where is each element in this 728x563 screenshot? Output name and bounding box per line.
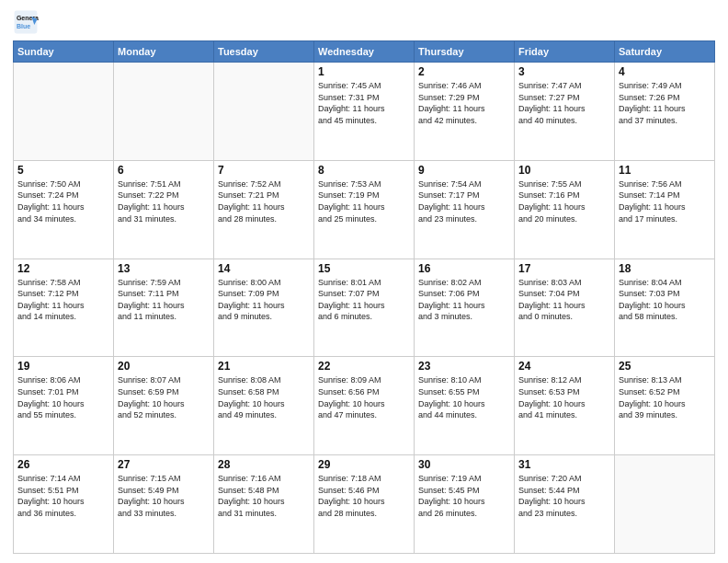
day-number: 8 bbox=[318, 164, 410, 177]
day-number: 24 bbox=[518, 360, 610, 373]
day-info: Sunrise: 7:45 AM Sunset: 7:31 PM Dayligh… bbox=[318, 80, 410, 126]
day-info: Sunrise: 8:13 AM Sunset: 6:52 PM Dayligh… bbox=[619, 374, 711, 420]
calendar-week-1: 5Sunrise: 7:50 AM Sunset: 7:24 PM Daylig… bbox=[14, 160, 715, 259]
calendar-cell: 7Sunrise: 7:52 AM Sunset: 7:21 PM Daylig… bbox=[214, 160, 314, 259]
day-info: Sunrise: 7:52 AM Sunset: 7:21 PM Dayligh… bbox=[218, 178, 310, 224]
calendar-cell: 19Sunrise: 8:06 AM Sunset: 7:01 PM Dayli… bbox=[14, 357, 114, 455]
calendar-cell: 31Sunrise: 7:20 AM Sunset: 5:44 PM Dayli… bbox=[515, 455, 615, 554]
day-info: Sunrise: 7:46 AM Sunset: 7:29 PM Dayligh… bbox=[418, 80, 510, 126]
calendar-cell bbox=[214, 63, 314, 161]
day-info: Sunrise: 8:09 AM Sunset: 6:56 PM Dayligh… bbox=[318, 374, 410, 420]
logo: General Blue bbox=[13, 9, 42, 35]
calendar-cell: 20Sunrise: 8:07 AM Sunset: 6:59 PM Dayli… bbox=[114, 357, 214, 455]
day-number: 31 bbox=[518, 458, 610, 471]
day-info: Sunrise: 8:07 AM Sunset: 6:59 PM Dayligh… bbox=[118, 374, 210, 420]
calendar-week-3: 19Sunrise: 8:06 AM Sunset: 7:01 PM Dayli… bbox=[14, 357, 715, 455]
day-info: Sunrise: 7:49 AM Sunset: 7:26 PM Dayligh… bbox=[619, 80, 711, 126]
day-info: Sunrise: 7:51 AM Sunset: 7:22 PM Dayligh… bbox=[118, 178, 210, 224]
day-number: 21 bbox=[218, 360, 310, 373]
day-info: Sunrise: 8:02 AM Sunset: 7:06 PM Dayligh… bbox=[418, 277, 510, 323]
calendar-cell: 15Sunrise: 8:01 AM Sunset: 7:07 PM Dayli… bbox=[314, 259, 415, 357]
calendar-header-thursday: Thursday bbox=[415, 41, 515, 63]
day-info: Sunrise: 7:56 AM Sunset: 7:14 PM Dayligh… bbox=[619, 178, 711, 224]
calendar-week-4: 26Sunrise: 7:14 AM Sunset: 5:51 PM Dayli… bbox=[14, 455, 715, 554]
day-number: 16 bbox=[418, 262, 510, 275]
day-number: 11 bbox=[619, 164, 711, 177]
calendar-cell bbox=[114, 63, 214, 161]
page: General Blue SundayMondayTuesdayWednesda… bbox=[0, 0, 728, 563]
day-number: 2 bbox=[418, 65, 510, 78]
calendar-week-2: 12Sunrise: 7:58 AM Sunset: 7:12 PM Dayli… bbox=[14, 259, 715, 357]
calendar-cell: 17Sunrise: 8:03 AM Sunset: 7:04 PM Dayli… bbox=[515, 259, 615, 357]
svg-text:Blue: Blue bbox=[17, 23, 30, 29]
day-info: Sunrise: 8:06 AM Sunset: 7:01 PM Dayligh… bbox=[17, 374, 109, 420]
day-info: Sunrise: 7:59 AM Sunset: 7:11 PM Dayligh… bbox=[118, 277, 210, 323]
calendar-header-row: SundayMondayTuesdayWednesdayThursdayFrid… bbox=[14, 41, 715, 63]
calendar-cell bbox=[615, 455, 715, 554]
day-number: 29 bbox=[318, 458, 410, 471]
day-number: 22 bbox=[318, 360, 410, 373]
calendar-cell: 1Sunrise: 7:45 AM Sunset: 7:31 PM Daylig… bbox=[314, 63, 415, 161]
calendar-cell: 2Sunrise: 7:46 AM Sunset: 7:29 PM Daylig… bbox=[415, 63, 515, 161]
day-number: 13 bbox=[118, 262, 210, 275]
calendar-cell: 18Sunrise: 8:04 AM Sunset: 7:03 PM Dayli… bbox=[615, 259, 715, 357]
day-info: Sunrise: 7:19 AM Sunset: 5:45 PM Dayligh… bbox=[418, 473, 510, 519]
day-info: Sunrise: 8:12 AM Sunset: 6:53 PM Dayligh… bbox=[518, 374, 610, 420]
calendar-cell: 29Sunrise: 7:18 AM Sunset: 5:46 PM Dayli… bbox=[314, 455, 415, 554]
calendar-cell: 6Sunrise: 7:51 AM Sunset: 7:22 PM Daylig… bbox=[114, 160, 214, 259]
calendar-cell: 24Sunrise: 8:12 AM Sunset: 6:53 PM Dayli… bbox=[515, 357, 615, 455]
day-info: Sunrise: 7:20 AM Sunset: 5:44 PM Dayligh… bbox=[518, 473, 610, 519]
day-info: Sunrise: 7:55 AM Sunset: 7:16 PM Dayligh… bbox=[518, 178, 610, 224]
day-number: 30 bbox=[418, 458, 510, 471]
calendar-cell: 22Sunrise: 8:09 AM Sunset: 6:56 PM Dayli… bbox=[314, 357, 415, 455]
calendar-header-wednesday: Wednesday bbox=[314, 41, 415, 63]
day-info: Sunrise: 8:03 AM Sunset: 7:04 PM Dayligh… bbox=[518, 277, 610, 323]
calendar-cell: 10Sunrise: 7:55 AM Sunset: 7:16 PM Dayli… bbox=[515, 160, 615, 259]
header: General Blue bbox=[13, 9, 715, 35]
calendar-cell: 28Sunrise: 7:16 AM Sunset: 5:48 PM Dayli… bbox=[214, 455, 314, 554]
day-info: Sunrise: 8:08 AM Sunset: 6:58 PM Dayligh… bbox=[218, 374, 310, 420]
day-number: 5 bbox=[17, 164, 109, 177]
day-number: 17 bbox=[518, 262, 610, 275]
day-number: 20 bbox=[118, 360, 210, 373]
day-info: Sunrise: 7:15 AM Sunset: 5:49 PM Dayligh… bbox=[118, 473, 210, 519]
day-number: 28 bbox=[218, 458, 310, 471]
calendar-cell: 23Sunrise: 8:10 AM Sunset: 6:55 PM Dayli… bbox=[415, 357, 515, 455]
calendar-cell: 5Sunrise: 7:50 AM Sunset: 7:24 PM Daylig… bbox=[14, 160, 114, 259]
day-number: 1 bbox=[318, 65, 410, 78]
day-number: 7 bbox=[218, 164, 310, 177]
calendar-cell: 11Sunrise: 7:56 AM Sunset: 7:14 PM Dayli… bbox=[615, 160, 715, 259]
calendar-table: SundayMondayTuesdayWednesdayThursdayFrid… bbox=[13, 40, 715, 554]
calendar-cell: 16Sunrise: 8:02 AM Sunset: 7:06 PM Dayli… bbox=[415, 259, 515, 357]
day-number: 25 bbox=[619, 360, 711, 373]
calendar-header-tuesday: Tuesday bbox=[214, 41, 314, 63]
calendar-cell: 14Sunrise: 8:00 AM Sunset: 7:09 PM Dayli… bbox=[214, 259, 314, 357]
calendar-cell: 25Sunrise: 8:13 AM Sunset: 6:52 PM Dayli… bbox=[615, 357, 715, 455]
day-info: Sunrise: 7:53 AM Sunset: 7:19 PM Dayligh… bbox=[318, 178, 410, 224]
calendar-cell: 13Sunrise: 7:59 AM Sunset: 7:11 PM Dayli… bbox=[114, 259, 214, 357]
day-info: Sunrise: 7:14 AM Sunset: 5:51 PM Dayligh… bbox=[17, 473, 109, 519]
calendar-header-monday: Monday bbox=[114, 41, 214, 63]
calendar-cell: 30Sunrise: 7:19 AM Sunset: 5:45 PM Dayli… bbox=[415, 455, 515, 554]
day-info: Sunrise: 8:01 AM Sunset: 7:07 PM Dayligh… bbox=[318, 277, 410, 323]
calendar-cell: 27Sunrise: 7:15 AM Sunset: 5:49 PM Dayli… bbox=[114, 455, 214, 554]
day-number: 15 bbox=[318, 262, 410, 275]
calendar-cell: 12Sunrise: 7:58 AM Sunset: 7:12 PM Dayli… bbox=[14, 259, 114, 357]
day-info: Sunrise: 7:18 AM Sunset: 5:46 PM Dayligh… bbox=[318, 473, 410, 519]
day-number: 18 bbox=[619, 262, 711, 275]
day-number: 26 bbox=[17, 458, 109, 471]
day-number: 23 bbox=[418, 360, 510, 373]
day-info: Sunrise: 7:16 AM Sunset: 5:48 PM Dayligh… bbox=[218, 473, 310, 519]
day-info: Sunrise: 7:47 AM Sunset: 7:27 PM Dayligh… bbox=[518, 80, 610, 126]
day-number: 4 bbox=[619, 65, 711, 78]
logo-icon: General Blue bbox=[13, 9, 39, 35]
calendar-header-saturday: Saturday bbox=[615, 41, 715, 63]
calendar-cell bbox=[14, 63, 114, 161]
day-info: Sunrise: 7:58 AM Sunset: 7:12 PM Dayligh… bbox=[17, 277, 109, 323]
day-number: 9 bbox=[418, 164, 510, 177]
day-number: 14 bbox=[218, 262, 310, 275]
calendar-header-friday: Friday bbox=[515, 41, 615, 63]
calendar-cell: 4Sunrise: 7:49 AM Sunset: 7:26 PM Daylig… bbox=[615, 63, 715, 161]
day-number: 12 bbox=[17, 262, 109, 275]
calendar-cell: 21Sunrise: 8:08 AM Sunset: 6:58 PM Dayli… bbox=[214, 357, 314, 455]
